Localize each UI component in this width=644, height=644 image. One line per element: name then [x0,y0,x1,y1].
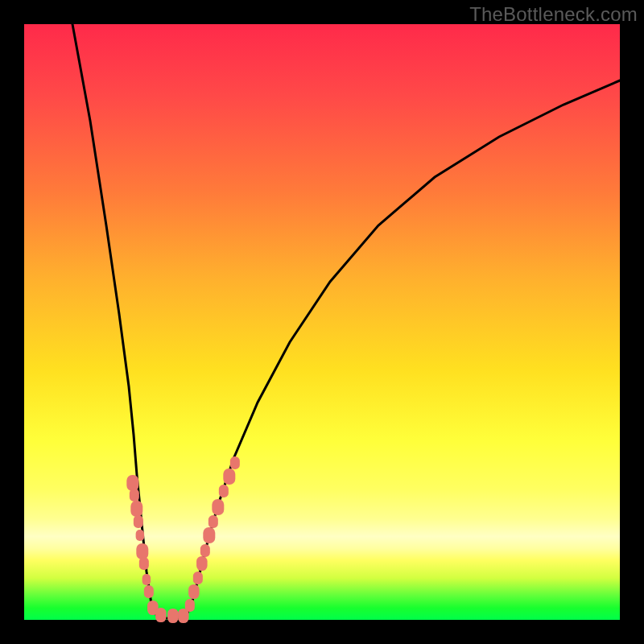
marker-dot [203,527,215,543]
marker-dot [167,609,179,623]
marker-dot [142,574,151,585]
marker-dot [130,501,142,517]
marker-dot [139,557,149,570]
curve-right-branch [185,80,620,618]
marker-dot [193,572,203,584]
marker-dot [212,499,224,515]
marker-dot [126,475,138,491]
marker-dot [130,489,139,502]
marker-dot [185,599,195,612]
marker-dot [155,608,167,622]
marker-dot [200,544,210,557]
marker-dot [136,530,145,541]
marker-dot [208,515,218,528]
marker-dot [188,584,200,599]
curve-left-branch [72,24,158,618]
chart-frame: TheBottleneck.com [0,0,644,644]
watermark-text: TheBottleneck.com [469,3,638,26]
marker-dot [223,469,235,485]
curve-svg [24,24,620,620]
marker-dot [219,485,229,497]
marker-dot [136,543,148,559]
marker-dot [144,585,154,598]
plot-area [24,24,620,620]
marker-dot [230,456,240,469]
marker-dot [196,556,207,571]
marker-dot [134,515,143,528]
